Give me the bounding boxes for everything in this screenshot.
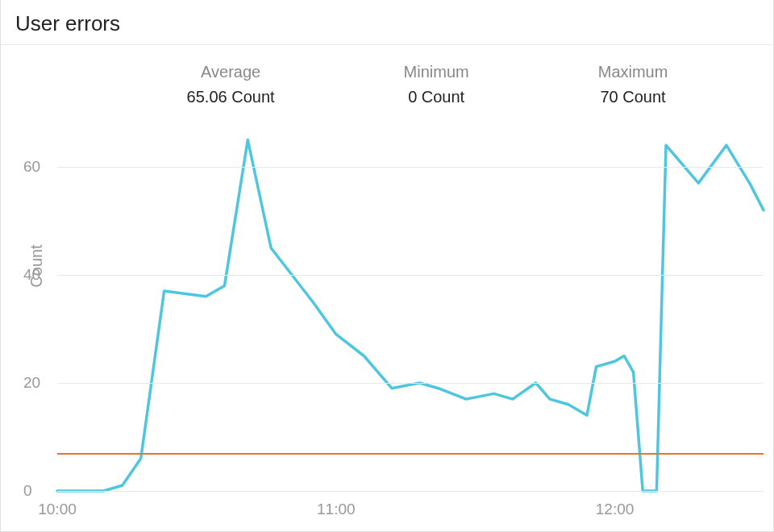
- stat-minimum-label: Minimum: [404, 63, 469, 81]
- stat-average-value: 65.06 Count: [187, 88, 275, 106]
- x-tick-label: 11:00: [317, 501, 356, 518]
- stat-average: Average 65.06 Count: [187, 63, 275, 106]
- gridline: [57, 275, 764, 276]
- data-line: [57, 140, 764, 492]
- stat-maximum-value: 70 Count: [598, 88, 668, 106]
- y-tick-label: 60: [23, 158, 40, 176]
- gridline: [57, 491, 764, 492]
- chart-card: User errors Average 65.06 Count Minimum …: [0, 0, 774, 532]
- chart-title: User errors: [1, 0, 773, 45]
- stat-maximum-label: Maximum: [598, 63, 668, 81]
- plot-area[interactable]: 020406010:0011:0012:00: [57, 113, 764, 491]
- stat-average-label: Average: [187, 63, 275, 81]
- stat-maximum: Maximum 70 Count: [598, 63, 668, 106]
- y-tick-label: 40: [23, 266, 40, 284]
- threshold-line: [57, 453, 764, 455]
- x-tick-label: 10:00: [38, 501, 77, 518]
- y-tick-label: 20: [23, 374, 40, 392]
- y-tick-label: 0: [23, 482, 32, 500]
- stat-minimum-value: 0 Count: [404, 88, 469, 106]
- gridline: [57, 167, 764, 168]
- line-chart-svg: [57, 113, 764, 491]
- stat-minimum: Minimum 0 Count: [404, 63, 469, 106]
- gridline: [57, 383, 764, 384]
- stats-row: Average 65.06 Count Minimum 0 Count Maxi…: [1, 45, 773, 114]
- x-tick-label: 12:00: [596, 501, 635, 518]
